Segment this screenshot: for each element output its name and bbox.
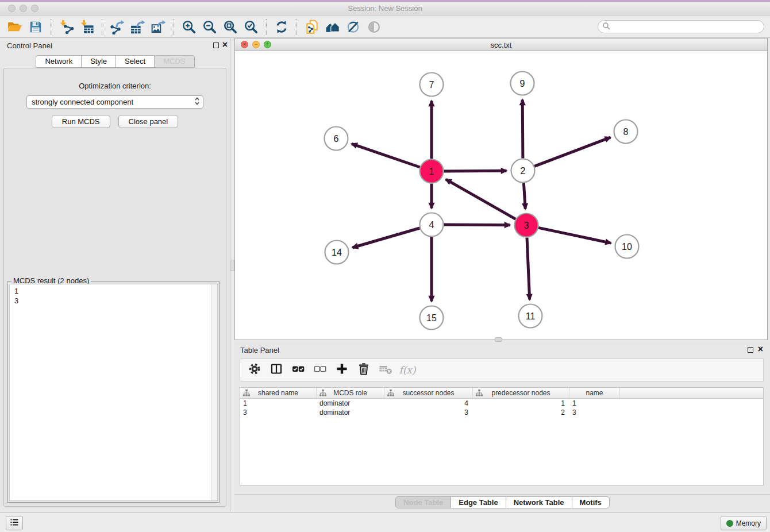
graph-edge-2-9[interactable]	[522, 100, 523, 159]
export-image-button[interactable]	[148, 18, 169, 36]
close-table-panel-icon[interactable]: ×	[758, 344, 763, 354]
import-network-button[interactable]	[56, 18, 76, 36]
graph-node-9[interactable]: 9	[511, 72, 534, 95]
graph-edge-3-1[interactable]	[446, 179, 516, 219]
graph-edge-2-3[interactable]	[523, 183, 525, 209]
main-toolbar	[0, 16, 770, 38]
show-columns-button[interactable]	[269, 362, 284, 378]
unselect-all-columns-button[interactable]	[313, 362, 328, 378]
create-column-button[interactable]	[334, 362, 349, 378]
tab-network[interactable]: Network	[36, 55, 82, 68]
control-panel-tabs: NetworkStyleSelectMCDS	[0, 55, 230, 68]
close-panel-icon[interactable]: ×	[222, 40, 228, 50]
graph-edge-1-2[interactable]	[444, 171, 507, 171]
table-cell: 1	[473, 399, 569, 408]
vertical-splitter-handle[interactable]	[230, 260, 234, 271]
svg-text:3: 3	[524, 221, 529, 230]
toolbar-separator	[102, 19, 102, 35]
optimization-criterion-label: Optimization criterion:	[4, 82, 226, 90]
graph-node-11[interactable]: 11	[519, 304, 542, 328]
graph-node-6[interactable]: 6	[325, 127, 348, 151]
toolbar-separator	[51, 19, 51, 35]
tab-style[interactable]: Style	[81, 55, 116, 68]
export-table-button[interactable]	[128, 18, 148, 36]
table-cell: 3	[240, 408, 317, 417]
task-history-button[interactable]	[6, 516, 23, 530]
graph-edge-1-6[interactable]	[352, 144, 420, 167]
tab-node-table[interactable]: Node Table	[395, 496, 451, 508]
graph-edge-2-8[interactable]	[534, 137, 610, 166]
run-mcds-button[interactable]: Run MCDS	[52, 115, 110, 128]
home-networks-button[interactable]	[322, 18, 343, 36]
table-settings-button[interactable]	[247, 362, 262, 378]
tab-edge-table[interactable]: Edge Table	[451, 496, 506, 508]
horizontal-splitter-handle[interactable]	[495, 337, 502, 342]
zoom-in-button[interactable]	[179, 18, 199, 36]
memory-button[interactable]: Memory	[721, 516, 767, 530]
check-all-icon	[291, 362, 305, 378]
graph-node-15[interactable]: 15	[420, 306, 444, 330]
tab-mcds[interactable]: MCDS	[154, 55, 194, 68]
save-session-button[interactable]	[25, 18, 46, 36]
column-header-name[interactable]: name	[569, 388, 620, 398]
select-all-columns-button[interactable]	[291, 362, 306, 378]
graph-node-1[interactable]: 1	[420, 160, 444, 183]
graph-node-4[interactable]: 4	[420, 213, 444, 237]
graph-node-3[interactable]: 3	[515, 214, 538, 237]
graph-node-8[interactable]: 8	[614, 120, 638, 144]
export-network-button[interactable]	[107, 18, 128, 36]
table-row[interactable]: 3dominator323	[240, 408, 763, 417]
mcds-result-item[interactable]: 1	[10, 284, 217, 296]
column-header-shared-name[interactable]: shared name	[240, 388, 317, 398]
refresh-icon	[274, 20, 289, 34]
column-header-predecessor-nodes[interactable]: predecessor nodes	[473, 388, 569, 398]
graph-edge-4-14[interactable]	[352, 228, 419, 248]
float-table-panel-icon[interactable]	[748, 347, 753, 353]
graph-node-14[interactable]: 14	[325, 241, 349, 264]
search-box[interactable]	[598, 20, 764, 33]
graph-edge-4-3[interactable]	[444, 225, 510, 225]
zoom-out-button[interactable]	[199, 18, 220, 36]
import-table-button[interactable]	[76, 18, 97, 36]
table-panel: Table Panel × f(x) shared nameMCDS roles…	[234, 342, 770, 511]
criterion-select[interactable]: strongly connected component	[26, 95, 203, 109]
graph-canvas[interactable]: 7968124314101511	[235, 51, 767, 340]
search-input[interactable]	[610, 22, 764, 32]
graph-node-7[interactable]: 7	[420, 73, 444, 97]
zoom-fit-button[interactable]	[220, 18, 241, 36]
table-cell: 4	[384, 399, 473, 408]
mcds-result-item[interactable]: 3	[10, 296, 217, 306]
node-table: shared nameMCDS rolesuccessor nodesprede…	[240, 387, 764, 485]
column-header-mcds-role[interactable]: MCDS role	[317, 388, 384, 398]
table-row[interactable]: 1dominator411	[240, 399, 763, 408]
tab-network-table[interactable]: Network Table	[506, 496, 572, 508]
tree-icon	[475, 389, 483, 399]
delete-columns-button[interactable]	[356, 362, 371, 378]
result-scrollbar[interactable]	[211, 284, 217, 500]
graph-edge-3-10[interactable]	[538, 228, 611, 243]
function-builder-button: f(x)	[400, 362, 415, 378]
graph-node-2[interactable]: 2	[511, 159, 535, 183]
tab-motifs[interactable]: Motifs	[572, 496, 610, 508]
column-label: shared name	[258, 389, 298, 397]
column-header-successor-nodes[interactable]: successor nodes	[384, 388, 473, 398]
svg-text:6: 6	[334, 134, 339, 144]
graph-node-10[interactable]: 10	[615, 235, 639, 259]
clone-network-button[interactable]	[302, 18, 322, 36]
session-titlebar: Session: New Session	[0, 0, 770, 16]
float-panel-icon[interactable]	[213, 43, 219, 48]
clone-network-icon	[305, 20, 319, 34]
refresh-layout-button[interactable]	[271, 18, 292, 36]
memory-label: Memory	[736, 519, 761, 527]
table-body: 1dominator4113dominator323	[240, 399, 763, 417]
open-file-button[interactable]	[5, 18, 25, 36]
tab-select[interactable]: Select	[116, 55, 155, 68]
graph-edge-3-11[interactable]	[527, 238, 530, 300]
export-table-icon	[130, 20, 145, 34]
criterion-value: strongly connected component	[32, 98, 194, 106]
zoom-selected-button[interactable]	[241, 18, 261, 36]
svg-text:10: 10	[622, 242, 632, 252]
column-label: predecessor nodes	[491, 389, 550, 397]
close-panel-button[interactable]: Close panel	[118, 115, 179, 128]
style-button[interactable]	[343, 18, 364, 36]
